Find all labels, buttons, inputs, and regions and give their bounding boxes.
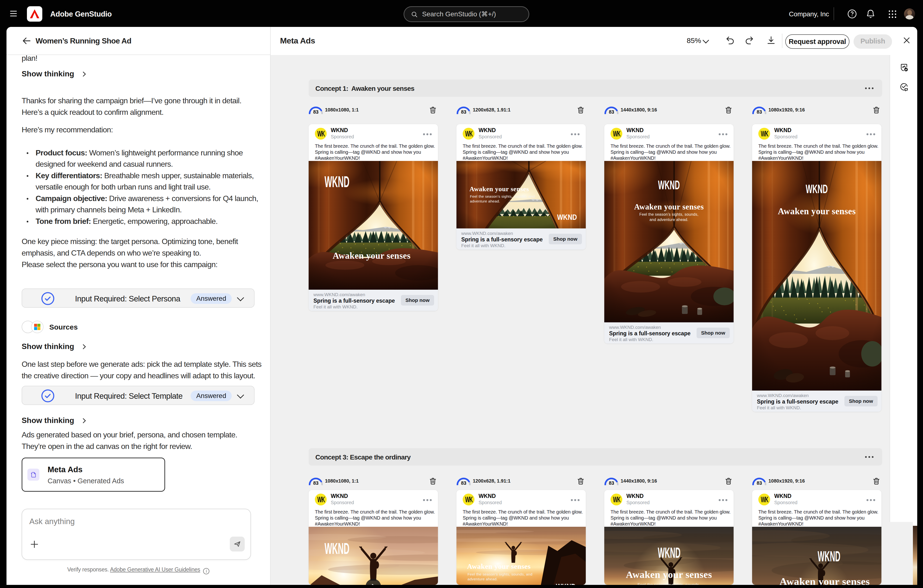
svg-text:Awaken your senses: Awaken your senses bbox=[778, 206, 856, 216]
svg-text:Feel the season’s sights, soun: Feel the season’s sights, sounds, and bbox=[470, 194, 535, 198]
svg-text:WKND: WKND bbox=[325, 173, 350, 190]
svg-text:adventure ahead.: adventure ahead. bbox=[468, 577, 498, 581]
svg-text:Awaken your senses: Awaken your senses bbox=[780, 576, 870, 585]
svg-text:WKND: WKND bbox=[806, 182, 828, 196]
svg-text:Feel the season’s sights, soun: Feel the season’s sights, sounds, bbox=[639, 212, 698, 216]
svg-text:Feel the season’s sights, soun: Feel the season’s sights, sounds, bbox=[638, 583, 700, 585]
svg-text:Awaken your senses: Awaken your senses bbox=[634, 203, 704, 211]
svg-text:Awaken your senses: Awaken your senses bbox=[333, 251, 411, 260]
svg-text:and adventure ahead.: and adventure ahead. bbox=[649, 218, 688, 222]
svg-text:WKND: WKND bbox=[556, 582, 576, 585]
svg-text:Awaken your senses: Awaken your senses bbox=[467, 562, 531, 570]
svg-text:Awaken your senses: Awaken your senses bbox=[626, 569, 712, 580]
svg-text:Awaken your senses: Awaken your senses bbox=[470, 185, 529, 193]
svg-text:WKND: WKND bbox=[818, 548, 840, 565]
svg-text:adventure ahead.: adventure ahead. bbox=[470, 199, 500, 203]
svg-text:WKND: WKND bbox=[658, 544, 680, 561]
svg-text:Feel the season’s sights, soun: Feel the season’s sights, sounds, and bbox=[468, 572, 532, 576]
svg-text:WKND: WKND bbox=[325, 540, 350, 557]
svg-text:WKND: WKND bbox=[557, 213, 577, 221]
svg-text:WKND: WKND bbox=[658, 178, 680, 192]
